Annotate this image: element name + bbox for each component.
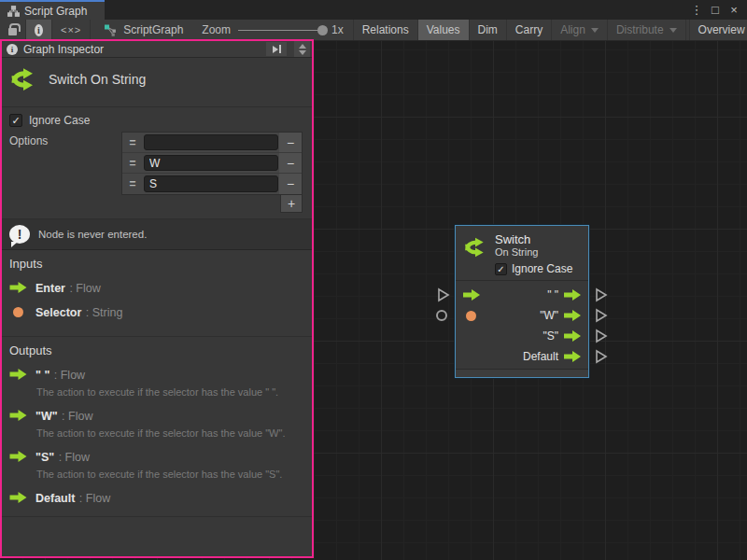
maximize-icon[interactable]: □ bbox=[708, 1, 723, 19]
flow-port-icon bbox=[9, 369, 27, 380]
remove-option-button[interactable]: − bbox=[279, 153, 302, 173]
output-flow-port[interactable] bbox=[564, 351, 581, 362]
external-output-triangle[interactable] bbox=[595, 287, 608, 302]
checkbox-checked-icon[interactable]: ✓ bbox=[9, 114, 22, 127]
zoom-control: Zoom 1x bbox=[194, 20, 350, 40]
options-row: Options = − = − bbox=[9, 132, 304, 213]
chevron-down-icon bbox=[669, 28, 677, 33]
inspector-node-titleblock: Switch On String bbox=[2, 58, 312, 107]
option-row-2: = − bbox=[122, 174, 302, 194]
option-input-2[interactable] bbox=[144, 175, 278, 192]
enter-flow-port[interactable] bbox=[463, 289, 480, 301]
port-name: Enter bbox=[35, 282, 65, 295]
inputs-title: Inputs bbox=[9, 257, 304, 271]
lock-button[interactable] bbox=[0, 20, 26, 40]
port-description: The action to execute if the selector ha… bbox=[36, 386, 304, 399]
lock-icon bbox=[8, 28, 17, 35]
output-port-row: Default : Flow bbox=[9, 489, 304, 506]
output-port-label: " " bbox=[547, 288, 564, 301]
node-ignore-case[interactable]: ✓ Ignore Case bbox=[495, 262, 572, 275]
external-output-triangle[interactable] bbox=[595, 308, 608, 323]
port-name: Default bbox=[35, 492, 75, 505]
option-input-0[interactable] bbox=[144, 134, 278, 150]
ignore-case-row[interactable]: ✓ Ignore Case bbox=[9, 114, 304, 127]
distribute-label: Distribute bbox=[616, 23, 664, 36]
window-menu-icon[interactable]: ⋮ bbox=[689, 1, 704, 19]
port-row-default: Default bbox=[456, 346, 588, 367]
output-port-label: "W" bbox=[540, 309, 564, 322]
external-selector-circle[interactable] bbox=[436, 310, 447, 321]
options-list-box: = − = − = − bbox=[121, 132, 303, 195]
node-titles: Switch On String ✓ Ignore Case bbox=[495, 232, 572, 275]
remove-option-button[interactable]: − bbox=[279, 174, 302, 194]
zoom-slider-handle[interactable] bbox=[317, 25, 328, 35]
ignore-case-label: Ignore Case bbox=[29, 114, 90, 127]
port-description: The action to execute if the selector ha… bbox=[36, 469, 304, 481]
options-list: = − = − = − bbox=[121, 132, 303, 213]
port-type: : Flow bbox=[54, 369, 85, 382]
relations-button[interactable]: Relations bbox=[353, 20, 418, 40]
align-button[interactable]: Align bbox=[552, 20, 608, 40]
values-button[interactable]: Values bbox=[418, 20, 470, 40]
tab-script-graph[interactable]: Script Graph bbox=[0, 0, 105, 20]
drag-handle-icon[interactable]: = bbox=[122, 153, 143, 173]
selector-port[interactable] bbox=[466, 311, 476, 321]
code-preview-button[interactable]: <×> bbox=[52, 20, 91, 40]
info-icon: i bbox=[7, 44, 18, 55]
option-input-1[interactable] bbox=[144, 155, 278, 171]
outputs-section: Outputs " " : Flow The action to execute… bbox=[2, 337, 312, 517]
port-name: "W" bbox=[35, 410, 58, 423]
switch-icon bbox=[463, 235, 487, 259]
node-footer bbox=[456, 369, 588, 377]
flow-port-icon bbox=[9, 492, 27, 503]
output-flow-port[interactable] bbox=[564, 330, 581, 342]
tab-label: Script Graph bbox=[24, 5, 87, 18]
close-icon[interactable]: × bbox=[726, 1, 741, 19]
scroll-down-icon bbox=[299, 50, 306, 55]
chevron-down-icon bbox=[591, 28, 599, 33]
external-output-triangle[interactable] bbox=[595, 349, 608, 364]
flow-port-icon bbox=[9, 282, 27, 293]
dock-inspector-button[interactable] bbox=[266, 42, 287, 56]
add-option-row: + bbox=[121, 195, 303, 213]
warning-text: Node is never entered. bbox=[38, 229, 147, 240]
inspector-settings: ✓ Ignore Case Options = − = bbox=[2, 107, 312, 219]
output-port-label: Default bbox=[523, 350, 564, 363]
distribute-button[interactable]: Distribute bbox=[608, 20, 686, 40]
output-flow-port[interactable] bbox=[564, 289, 581, 301]
window-controls: ⋮ □ × bbox=[689, 0, 747, 20]
checkbox-checked-icon[interactable]: ✓ bbox=[495, 263, 507, 275]
inputs-section: Inputs Enter : Flow Selector : String bbox=[2, 250, 312, 337]
output-port-row: " " : Flow bbox=[9, 366, 304, 383]
zoom-slider[interactable] bbox=[238, 30, 324, 31]
port-type: : Flow bbox=[62, 410, 92, 423]
node-header[interactable]: Switch On String ✓ Ignore Case bbox=[456, 226, 588, 281]
drag-handle-icon[interactable]: = bbox=[122, 133, 143, 152]
output-port-label: "S" bbox=[543, 329, 564, 343]
node-ignore-case-label: Ignore Case bbox=[512, 262, 572, 275]
port-row-enter: " " bbox=[456, 285, 588, 305]
input-port-row: Selector : String bbox=[9, 303, 304, 320]
remove-option-button[interactable]: − bbox=[279, 133, 302, 152]
graph-reference[interactable]: ScriptGraph bbox=[91, 20, 194, 40]
node-body: " " "W" "S" Defau bbox=[456, 281, 588, 369]
port-row-s: "S" bbox=[456, 326, 588, 346]
add-option-button[interactable]: + bbox=[280, 195, 303, 213]
carry-button[interactable]: Carry bbox=[507, 20, 552, 40]
inspector-toggle-button[interactable]: i bbox=[26, 20, 52, 40]
drag-handle-icon[interactable]: = bbox=[122, 174, 143, 194]
overview-button[interactable]: Overview bbox=[689, 20, 747, 40]
outputs-title: Outputs bbox=[9, 343, 304, 357]
unity-script-graph-window: Script Graph ⋮ □ × i <×> ScriptGraph Zoo… bbox=[0, 0, 747, 560]
switch-on-string-node[interactable]: Switch On String ✓ Ignore Case " " bbox=[455, 225, 589, 378]
flow-port-icon bbox=[9, 451, 27, 462]
dim-button[interactable]: Dim bbox=[470, 20, 507, 40]
external-output-triangle[interactable] bbox=[595, 329, 608, 343]
option-row-0: = − bbox=[122, 133, 302, 153]
external-input-triangle[interactable] bbox=[437, 287, 450, 302]
output-flow-port[interactable] bbox=[564, 310, 581, 321]
graph-tree-icon bbox=[7, 6, 20, 17]
align-label: Align bbox=[560, 23, 585, 36]
tab-strip: Script Graph ⋮ □ × bbox=[0, 0, 747, 20]
inspector-scroll-buttons[interactable] bbox=[294, 41, 310, 57]
